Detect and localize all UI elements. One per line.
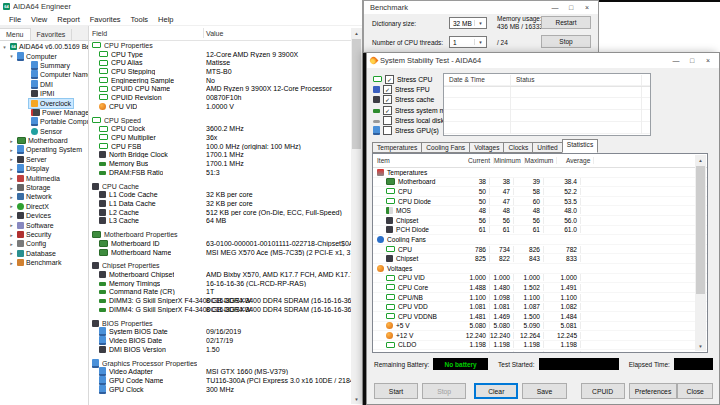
close-icon[interactable]: ×: [579, 2, 595, 13]
field-row[interactable]: BIOS Properties: [89, 319, 362, 328]
statistics-scrollbar[interactable]: ▲ ▼: [695, 155, 706, 351]
stats-row[interactable]: CPU VDD 1.081 1.081 1.087 1.082: [373, 302, 707, 312]
value-column-header[interactable]: Value: [206, 30, 223, 37]
stats-row[interactable]: MOS 48 48 48 48.0: [373, 206, 707, 216]
stop-button[interactable]: Stop: [541, 35, 591, 48]
field-column-header[interactable]: Field: [89, 30, 107, 37]
tree-item[interactable]: IPMI: [0, 89, 88, 98]
field-row[interactable]: DIMM3: G Skill SniperX F4-3400C16-8GSXW …: [89, 296, 362, 305]
field-row[interactable]: Motherboard ID 63-0100-000001-00101111-0…: [89, 239, 362, 248]
tree-item[interactable]: ▸ Network: [0, 192, 88, 201]
field-row[interactable]: L3 Cache 64 MB: [89, 216, 362, 225]
tab-menu[interactable]: Menu: [0, 28, 31, 40]
field-row[interactable]: L1 Code Cache 32 KB per core: [89, 190, 362, 199]
sensor-tab[interactable]: Clocks: [503, 142, 533, 153]
field-row[interactable]: GPU Code Name TU116-300A (PCI Express 3.…: [89, 376, 362, 385]
tree-item[interactable]: DMI: [0, 80, 88, 89]
field-row[interactable]: Chipset Properties: [89, 262, 362, 271]
restart-button[interactable]: Restart: [541, 16, 591, 29]
stress-checkbox[interactable]: [383, 126, 392, 135]
maximize-icon[interactable]: □: [563, 2, 579, 13]
sensor-tab[interactable]: Unified: [532, 142, 563, 153]
stats-row[interactable]: Chipset 825 822 843 833: [373, 254, 707, 264]
tree-expander-icon[interactable]: ▾: [8, 53, 15, 59]
log-status-header[interactable]: Status: [516, 76, 534, 83]
tree-expander-icon[interactable]: ▸: [8, 232, 15, 238]
field-row[interactable]: DMI BIOS Version 1.50: [89, 345, 362, 354]
scroll-down-icon[interactable]: ▼: [695, 341, 706, 351]
stress-checkbox[interactable]: [385, 75, 394, 84]
tree-expander-icon[interactable]: ▸: [8, 260, 15, 266]
close-button[interactable]: Close: [677, 383, 713, 399]
field-row[interactable]: Motherboard Chipset AMD Bixby X570, AMD …: [89, 270, 362, 279]
field-row[interactable]: CPU Properties: [89, 41, 362, 50]
field-row[interactable]: DIMM4: G Skill SniperX F4-3400C16-8GSXW …: [89, 305, 362, 314]
menu-item[interactable]: Report: [52, 15, 85, 24]
tree-expander-icon[interactable]: ▸: [8, 166, 15, 172]
scrollbar-thumb[interactable]: [696, 166, 705, 294]
field-row[interactable]: Memory Bus 1700.1 MHz: [89, 159, 362, 168]
start-button[interactable]: Start: [374, 383, 418, 399]
tree-expander-icon[interactable]: ▸: [8, 185, 15, 191]
tree-expander-icon[interactable]: ▾: [1, 44, 8, 50]
tree-item[interactable]: ▸ Storage: [0, 183, 88, 192]
stats-row[interactable]: CPU/NB 1.100 1.098 1.100 1.100: [373, 293, 707, 303]
tree-item[interactable]: ▸ Software: [0, 220, 88, 229]
tree-expander-icon[interactable]: ▸: [8, 138, 15, 144]
dictionary-size-select[interactable]: 32 MB ▾: [449, 17, 487, 29]
stats-row[interactable]: CPU VID 1.000 1.000 1.000 1.000: [373, 274, 707, 284]
stats-row[interactable]: CPU 50 47 58 52.2: [373, 187, 707, 197]
current-column-header[interactable]: Current: [459, 157, 494, 164]
sensor-tab[interactable]: Voltages: [469, 142, 504, 153]
stats-row[interactable]: Temperatures: [373, 168, 707, 178]
stats-row[interactable]: CPU VDDNB 1.481 1.469 1.500 1.484: [373, 312, 707, 322]
minimum-column-header[interactable]: Minimum: [494, 157, 525, 164]
menu-item[interactable]: Favorites: [85, 15, 126, 24]
cpu-threads-select[interactable]: 1 ▾: [449, 36, 487, 48]
tree-item[interactable]: Overclock: [0, 98, 88, 107]
scroll-up-icon[interactable]: ▲: [351, 28, 362, 38]
clear-button[interactable]: Clear: [474, 383, 518, 399]
tree-expander-icon[interactable]: ▸: [8, 194, 15, 200]
field-row[interactable]: CPU FSB 100.0 MHz (original: 100 MHz): [89, 142, 362, 151]
sensor-tab[interactable]: Statistics: [562, 139, 598, 153]
field-row[interactable]: Motherboard Properties: [89, 230, 362, 239]
field-row[interactable]: CPU Alias Matisse: [89, 58, 362, 67]
preferences-button[interactable]: Preferences: [629, 383, 678, 399]
field-row[interactable]: Video Adapter MSI GTX 1660 (MS-V379): [89, 368, 362, 377]
tree-expander-icon[interactable]: ▸: [8, 175, 15, 181]
tree-expander-icon[interactable]: ▸: [8, 147, 15, 153]
tree-item[interactable]: Power Management: [0, 108, 88, 117]
stats-row[interactable]: CPU 786 734 826 782: [373, 245, 707, 255]
stress-checkbox[interactable]: [383, 85, 392, 94]
tree-item[interactable]: ▸ Multimedia: [0, 173, 88, 182]
stress-checkbox[interactable]: [383, 116, 392, 125]
field-row[interactable]: CPU Clock 3600.2 MHz: [89, 124, 362, 133]
field-row[interactable]: DRAM:FSB Ratio 51:3: [89, 168, 362, 177]
maximum-column-header[interactable]: Maximum: [525, 157, 558, 164]
field-row[interactable]: System BIOS Date 09/16/2019: [89, 328, 362, 337]
scrollbar-thumb[interactable]: [352, 39, 361, 149]
tree-item[interactable]: ▸ Devices: [0, 211, 88, 220]
field-row[interactable]: CPU Cache: [89, 182, 362, 191]
main-scrollbar[interactable]: ▲ ▼: [351, 28, 362, 404]
stats-row[interactable]: CPU Diode 50 47 60 53.5: [373, 197, 707, 207]
stats-row[interactable]: Motherboard 38 38 39 38.4: [373, 178, 707, 188]
field-row[interactable]: Graphics Processor Properties: [89, 359, 362, 368]
menu-item[interactable]: File: [4, 15, 26, 24]
tree-item[interactable]: ▸ Config: [0, 239, 88, 248]
tree-item[interactable]: ▸ Motherboard: [0, 136, 88, 145]
save-button[interactable]: Save: [522, 383, 566, 399]
column-divider[interactable]: [203, 28, 204, 38]
tree-item[interactable]: ▸ Operating System: [0, 145, 88, 154]
average-column-header[interactable]: Average: [557, 157, 594, 164]
stats-row[interactable]: Voltages: [373, 264, 707, 274]
log-datetime-header[interactable]: Date & Time: [449, 76, 485, 83]
field-row[interactable]: CPU Stepping MTS-B0: [89, 67, 362, 76]
tree-item[interactable]: ▸ Database: [0, 249, 88, 258]
tree-expander-icon[interactable]: ▸: [8, 203, 15, 209]
tree-item[interactable]: ▾ AIDA64 v6.00.5169 Beta: [0, 42, 88, 51]
minimize-icon[interactable]: —: [668, 55, 684, 66]
field-row[interactable]: L1 Data Cache 32 KB per core: [89, 199, 362, 208]
tree-expander-icon[interactable]: ▸: [8, 222, 15, 228]
